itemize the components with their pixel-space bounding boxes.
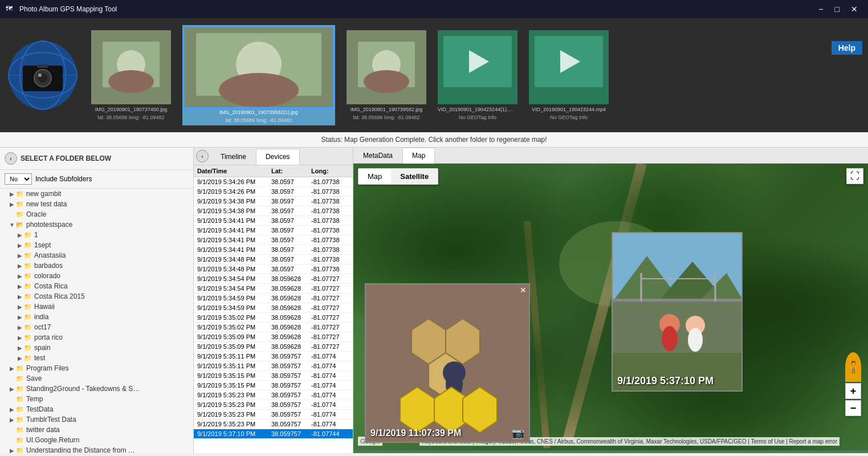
table-row[interactable]: 9/1/2019 5:37:10 PM 38.059757 -81.07744 (194, 429, 353, 439)
folder-icon (24, 323, 32, 331)
table-row[interactable]: 9/1/2019 5:34:38 PM 38.0597 -81.07738 (194, 206, 353, 216)
table-row[interactable]: 9/1/2019 5:34:26 PM 38.0597 -81.07738 (194, 177, 353, 187)
folder-label: oct17 (34, 323, 51, 331)
table-row[interactable]: 9/1/2019 5:35:09 PM 38.059628 -81.07727 (194, 332, 353, 342)
help-button[interactable]: Help (832, 41, 862, 55)
table-row[interactable]: 9/1/2019 5:35:11 PM 38.059757 -81.0774 (194, 361, 353, 371)
folder-oct17[interactable]: ▶ oct17 (0, 322, 193, 332)
table-row[interactable]: 9/1/2019 5:35:02 PM 38.059628 -81.07727 (194, 313, 353, 323)
tab-map[interactable]: Map (402, 148, 435, 164)
strip-photo-1[interactable]: IMG_20190901_190737450.jpg lat: 38.05686… (91, 30, 171, 120)
cell-long: -81.07738 (309, 207, 352, 214)
table-row[interactable]: 9/1/2019 5:34:41 PM 38.0597 -81.07738 (194, 235, 353, 245)
folder-icon (24, 282, 32, 290)
table-row[interactable]: 9/1/2019 5:34:26 PM 38.0597 -81.07738 (194, 187, 353, 197)
folder-1[interactable]: ▶ 1 (0, 230, 193, 240)
table-row[interactable]: 9/1/2019 5:34:54 PM 38.059628 -81.07727 (194, 284, 353, 294)
expand-icon: ▶ (8, 447, 16, 454)
fullscreen-button[interactable]: ⛶ (846, 168, 863, 184)
table-row[interactable]: 9/1/2019 5:34:38 PM 38.0597 -81.07738 (194, 197, 353, 206)
subfolder-select[interactable]: No Yes (5, 173, 32, 185)
folder-spain[interactable]: ▶ spain (0, 343, 193, 353)
close-button[interactable]: ✕ (846, 3, 862, 15)
table-row[interactable]: 9/1/2019 5:35:23 PM 38.059757 -81.0774 (194, 420, 353, 429)
tab-timeline[interactable]: Timeline (211, 149, 256, 164)
strip-photo-2[interactable]: IMG_20190901_190739582(1).jpg lat: 38.05… (182, 25, 335, 125)
pegman[interactable]: 🧍 (845, 352, 861, 382)
cell-long: -81.07727 (309, 285, 352, 292)
table-row[interactable]: 9/1/2019 5:34:59 PM 38.059628 -81.07727 (194, 294, 353, 303)
tab-devices[interactable]: Devices (256, 149, 300, 165)
cell-datetime: 9/1/2019 5:34:41 PM (195, 217, 269, 224)
expand-icon: ▶ (16, 304, 24, 310)
cell-long: -81.0774 (309, 401, 352, 408)
popup-1-close-button[interactable]: ✕ (520, 286, 527, 295)
table-row[interactable]: 9/1/2019 5:35:11 PM 38.059757 -81.0774 (194, 352, 353, 361)
folder-twitter-data[interactable]: twitter data (0, 425, 193, 435)
table-row[interactable]: 9/1/2019 5:35:09 PM 38.059628 -81.07727 (194, 342, 353, 352)
folder-colorado[interactable]: ▶ colorado (0, 271, 193, 281)
table-row[interactable]: 9/1/2019 5:34:41 PM 38.0597 -81.07738 (194, 216, 353, 226)
folder-tumblrtest[interactable]: ▶ TumblrTest Data (0, 414, 193, 425)
data-table[interactable]: 9/1/2019 5:34:26 PM 38.0597 -81.07738 9/… (194, 177, 353, 453)
folder-testdata[interactable]: ▶ TestData (0, 404, 193, 414)
folder-label: Oracle (26, 210, 46, 218)
folder-hawaii[interactable]: ▶ Hawaii (0, 302, 193, 312)
folder-label: test (34, 354, 45, 362)
table-row[interactable]: 9/1/2019 5:35:15 PM 38.059757 -81.0774 (194, 381, 353, 390)
map-button[interactable]: Map (358, 169, 391, 184)
folder-standing2ground[interactable]: ▶ Standing2Ground - Takedowns & Stanc (0, 384, 193, 394)
folder-understanding-distance[interactable]: ▶ Understanding the Distance from Guar (0, 445, 193, 453)
minimize-button[interactable]: − (814, 3, 828, 15)
back-button[interactable]: ‹ (5, 152, 17, 165)
zoom-controls: + − (845, 383, 861, 416)
folder-label: porta rico (34, 333, 63, 341)
table-row[interactable]: 9/1/2019 5:34:59 PM 38.059628 -81.07727 (194, 303, 353, 313)
folder-costa-rica-2015[interactable]: ▶ Costa Rica 2015 (0, 291, 193, 302)
popup-1-photo: 9/1/2019 11:07:39 PM 📷 (366, 284, 529, 442)
folder-anastasiia[interactable]: ▶ Anastasiia (0, 250, 193, 260)
table-row[interactable]: 9/1/2019 5:34:48 PM 38.0597 -81.07738 (194, 264, 353, 274)
include-subfolders-label: Include Subfolders (35, 175, 92, 183)
subfolder-row: No Yes Include Subfolders (0, 170, 193, 189)
folder-oracle[interactable]: Oracle (0, 209, 193, 219)
cell-lat: 38.0597 (269, 237, 309, 243)
folder-costa-rica[interactable]: ▶ Costa Rica (0, 281, 193, 291)
expand-icon: ▶ (16, 242, 24, 249)
table-row[interactable]: 9/1/2019 5:35:23 PM 38.059757 -81.0774 (194, 390, 353, 400)
table-row[interactable]: 9/1/2019 5:34:41 PM 38.0597 -81.07738 (194, 226, 353, 235)
table-row[interactable]: 9/1/2019 5:34:54 PM 38.059628 -81.07727 (194, 274, 353, 284)
folder-barbados[interactable]: ▶ barbados (0, 260, 193, 271)
folder-save[interactable]: Save (0, 373, 193, 384)
map-type-controls: Map Satellite (358, 168, 438, 185)
satellite-button[interactable]: Satellite (391, 169, 438, 184)
tab-metadata[interactable]: MetaData (353, 148, 402, 163)
table-row[interactable]: 9/1/2019 5:34:41 PM 38.0597 -81.07738 (194, 245, 353, 255)
folder-new-test-data[interactable]: ▶ new test data (0, 199, 193, 209)
folder-porta-rico[interactable]: ▶ porta rico (0, 332, 193, 343)
middle-back-button[interactable]: ‹ (196, 150, 209, 162)
table-row[interactable]: 9/1/2019 5:35:23 PM 38.059757 -81.0774 (194, 410, 353, 420)
zoom-out-button[interactable]: − (845, 400, 861, 416)
cell-long: -81.07738 (309, 178, 352, 185)
folder-temp[interactable]: Temp (0, 394, 193, 404)
cell-lat: 38.059628 (269, 295, 309, 302)
table-row[interactable]: 9/1/2019 5:35:23 PM 38.059757 -81.0774 (194, 400, 353, 410)
folder-program-files[interactable]: ▶ Program Files (0, 363, 193, 373)
svg-point-7 (38, 74, 42, 77)
maximize-button[interactable]: □ (830, 3, 844, 15)
folder-ui-google[interactable]: UI.Google.Return (0, 435, 193, 445)
folder-india[interactable]: ▶ india (0, 312, 193, 322)
strip-video-1[interactable]: VID_20190901_190423244(1).mp4 No GEOTag … (438, 30, 517, 120)
folder-test[interactable]: ▶ test (0, 353, 193, 363)
table-row[interactable]: 9/1/2019 5:34:48 PM 38.0597 -81.07738 (194, 255, 353, 264)
strip-photo-3[interactable]: IMG_20190901_190739582.jpg lat: 38.05686… (347, 30, 426, 120)
table-row[interactable]: 9/1/2019 5:35:15 PM 38.059757 -81.0774 (194, 371, 353, 381)
zoom-in-button[interactable]: + (845, 383, 861, 399)
strip-video-2[interactable]: VID_20190901_190423244.mp4 No GEOTag Inf… (529, 30, 609, 120)
map-container[interactable]: Map Satellite ⛶ ✕ (353, 164, 868, 450)
folder-phototestspace[interactable]: ▼ phototestspace (0, 219, 193, 230)
table-row[interactable]: 9/1/2019 5:35:02 PM 38.059628 -81.07727 (194, 323, 353, 332)
folder-1sept[interactable]: ▶ 1sept (0, 240, 193, 250)
folder-new-gambit[interactable]: ▶ new gambit (0, 189, 193, 199)
